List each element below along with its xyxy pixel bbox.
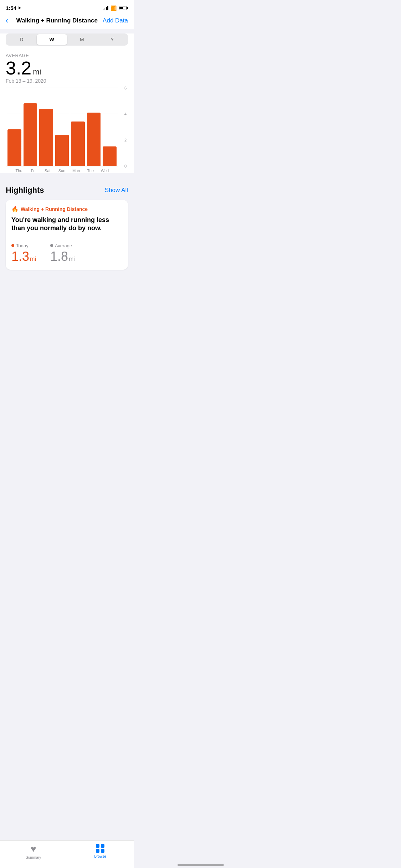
- wifi-icon: 📶: [110, 5, 117, 11]
- segment-month[interactable]: M: [67, 34, 97, 45]
- card-stats: Today 1.3 mi Average 1.8 mi: [11, 243, 122, 264]
- status-bar: 1:54 ➤ 📶: [0, 0, 134, 13]
- back-button[interactable]: ‹: [6, 17, 8, 25]
- label-fri: Fri: [27, 169, 39, 173]
- location-arrow-icon: ➤: [18, 6, 21, 10]
- today-dot-icon: [11, 244, 14, 247]
- chart-bars: [6, 88, 118, 166]
- time-display: 1:54: [6, 5, 16, 11]
- chart-day-labels: Thu Fri Sat Sun Mon Tue Wed: [6, 166, 118, 173]
- label-sun: Sun: [56, 169, 68, 173]
- average-label: Average: [50, 243, 75, 248]
- label-thu: Thu: [13, 169, 25, 173]
- segment-year[interactable]: Y: [97, 34, 127, 45]
- today-unit: mi: [30, 256, 36, 262]
- card-message: You're walking and running less than you…: [11, 216, 122, 233]
- grid-label-6: 6: [124, 86, 127, 90]
- add-data-button[interactable]: Add Data: [103, 17, 128, 24]
- bar-mon: [71, 88, 85, 166]
- label-mon: Mon: [70, 169, 82, 173]
- bar-sat: [39, 88, 53, 166]
- status-time: 1:54 ➤: [6, 5, 21, 11]
- label-sat: Sat: [41, 169, 53, 173]
- period-segment-control[interactable]: D W M Y: [6, 33, 128, 46]
- average-unit: mi: [69, 256, 75, 262]
- battery-icon: [119, 6, 128, 10]
- card-category-label: Walking + Running Distance: [21, 206, 88, 212]
- average-dot-icon: [50, 244, 53, 247]
- label-tue: Tue: [84, 169, 97, 173]
- bar-wed: [103, 88, 117, 166]
- bar-thu: [7, 88, 21, 166]
- nav-header: ‹ Walking + Running Distance Add Data: [0, 13, 134, 29]
- today-number: 1.3: [11, 249, 29, 264]
- highlight-card: 🔥 Walking + Running Distance You're walk…: [6, 200, 128, 270]
- average-number: 1.8: [50, 249, 68, 264]
- segment-day[interactable]: D: [6, 34, 37, 45]
- grid-label-2: 2: [124, 138, 127, 142]
- card-category: 🔥 Walking + Running Distance: [11, 206, 122, 212]
- stats-value: 3.2 mi: [6, 59, 128, 77]
- today-label: Today: [11, 243, 36, 248]
- show-all-button[interactable]: Show All: [105, 187, 128, 194]
- main-content: D W M Y AVERAGE 3.2 mi Feb 13 – 19, 2020…: [0, 33, 134, 173]
- grid-label-0: 0: [124, 164, 127, 168]
- highlights-header: Highlights Show All: [6, 186, 128, 195]
- grid-label-4: 4: [124, 112, 127, 116]
- label-wed: Wed: [99, 169, 111, 173]
- average-stat: Average 1.8 mi: [50, 243, 75, 264]
- page-title: Walking + Running Distance: [11, 17, 103, 24]
- bar-fri: [24, 88, 37, 166]
- highlights-section: Highlights Show All 🔥 Walking + Running …: [0, 179, 134, 270]
- stats-unit: mi: [33, 67, 41, 77]
- flame-icon: 🔥: [11, 206, 19, 212]
- bar-chart: 6 4 2 0: [6, 88, 118, 166]
- signal-icon: [103, 6, 109, 10]
- stats-section: AVERAGE 3.2 mi Feb 13 – 19, 2020: [0, 50, 134, 88]
- card-divider: [11, 238, 122, 238]
- stats-label: AVERAGE: [6, 53, 128, 58]
- today-stat: Today 1.3 mi: [11, 243, 36, 264]
- today-label-text: Today: [16, 243, 29, 248]
- average-label-text: Average: [55, 243, 72, 248]
- stats-number: 3.2: [6, 59, 31, 77]
- status-icons: 📶: [103, 5, 128, 11]
- segment-week[interactable]: W: [37, 34, 67, 45]
- highlights-title: Highlights: [6, 186, 44, 195]
- stats-date-range: Feb 13 – 19, 2020: [6, 78, 128, 84]
- today-value: 1.3 mi: [11, 249, 36, 264]
- average-value: 1.8 mi: [50, 249, 75, 264]
- chart-container: 6 4 2 0: [0, 88, 134, 173]
- bar-sun: [55, 88, 69, 166]
- bar-tue: [87, 88, 101, 166]
